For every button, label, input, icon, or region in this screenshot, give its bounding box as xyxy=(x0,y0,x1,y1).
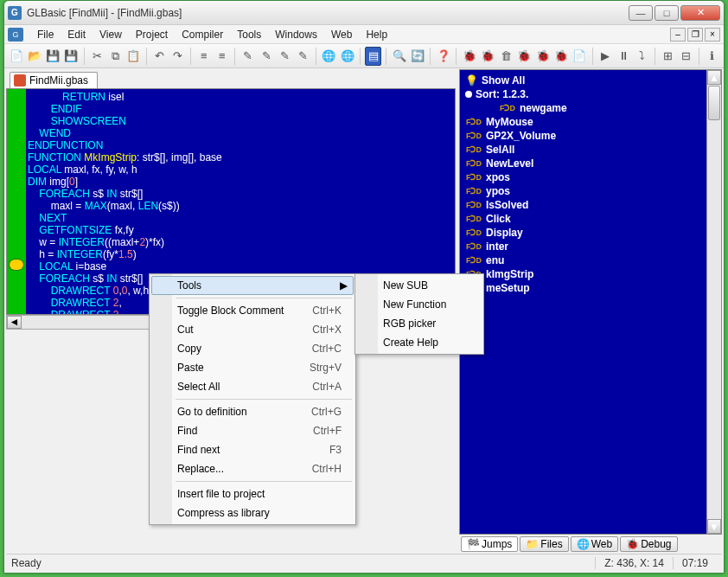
bug4-button[interactable]: 🐞 xyxy=(534,47,551,66)
function-badge-icon: FƆD xyxy=(465,256,482,265)
jumps-item-display[interactable]: FƆDDisplay xyxy=(462,226,719,240)
redo-button[interactable]: ↷ xyxy=(169,47,186,66)
jumps-item-newlevel[interactable]: FƆDNewLevel xyxy=(462,157,719,170)
function-badge-icon: FƆD xyxy=(465,173,482,182)
ctx-go-to-definition[interactable]: Go to definitionCtrl+G xyxy=(151,402,354,421)
undo-button[interactable]: ↶ xyxy=(151,47,168,66)
bug2-button[interactable]: 🐞 xyxy=(480,47,496,66)
jumps-item-mesetup[interactable]: FƆDmeSetup xyxy=(462,281,719,295)
jumps-vscrollbar[interactable]: ▲ ▼ xyxy=(706,70,721,534)
zoom-button[interactable]: 🔍 xyxy=(391,47,407,66)
doc-button[interactable]: 📄 xyxy=(571,47,587,66)
sidetab-web[interactable]: 🌐Web xyxy=(571,536,618,552)
about-button[interactable]: ℹ xyxy=(704,47,720,66)
ctx-compress-as-library[interactable]: Compress as library xyxy=(151,503,354,523)
menu-file[interactable]: File xyxy=(30,27,61,42)
save-button[interactable]: 💾 xyxy=(44,47,61,66)
minimize-button[interactable]: — xyxy=(629,5,653,21)
new-file-button[interactable]: 📄 xyxy=(8,47,24,66)
jumps-item-issolved[interactable]: FƆDIsSolved xyxy=(462,198,719,212)
jumps-show-all[interactable]: 💡Show All xyxy=(462,74,719,87)
replace-button[interactable]: 🔄 xyxy=(409,47,425,66)
titlebar[interactable]: G GLBasic [FindMii] - [FindMii.gbas] — □… xyxy=(4,1,724,25)
submenu-new-function[interactable]: New Function xyxy=(357,295,482,314)
help-button[interactable]: ❓ xyxy=(435,47,451,66)
ctx-select-all[interactable]: Select AllCtrl+A xyxy=(151,377,354,396)
copy-button[interactable]: ⧉ xyxy=(107,47,124,66)
scroll-thumb[interactable] xyxy=(708,86,720,120)
menu-project[interactable]: Project xyxy=(129,27,175,42)
ctx-find-next[interactable]: Find nextF3 xyxy=(151,440,354,459)
editor-gutter[interactable]: STOP xyxy=(7,89,26,314)
jumps-item-enu[interactable]: FƆDenu xyxy=(462,253,719,267)
pause-button[interactable]: ⏸ xyxy=(616,47,632,66)
menu-compiler[interactable]: Compiler xyxy=(175,27,230,42)
paste-button[interactable]: 📋 xyxy=(125,47,142,66)
sidetab-files[interactable]: 📁Files xyxy=(520,536,568,552)
jumps-item-newgame[interactable]: FƆDnewgame xyxy=(462,101,719,115)
ctx-find[interactable]: FindCtrl+F xyxy=(151,421,354,440)
globe2-button[interactable]: 🌐 xyxy=(339,47,355,66)
sidetab-jumps[interactable]: 🏁Jumps xyxy=(461,536,518,552)
bug5-button[interactable]: 🐞 xyxy=(552,47,569,66)
menu-help[interactable]: Help xyxy=(359,27,394,42)
layout1-button[interactable]: ⊞ xyxy=(660,47,676,66)
outdent-button[interactable]: ≡ xyxy=(214,47,230,66)
jumps-item-kimgstrip[interactable]: FƆDkImgStrip xyxy=(462,267,719,281)
jumps-item-mymouse[interactable]: FƆDMyMouse xyxy=(462,115,719,129)
wizard3-button[interactable]: ✎ xyxy=(277,47,293,66)
run-button[interactable]: ▶ xyxy=(597,47,613,66)
wizard-button[interactable]: ✎ xyxy=(239,47,256,66)
jumps-item-selall[interactable]: FƆDSelAll xyxy=(462,143,719,157)
menu-windows[interactable]: Windows xyxy=(268,27,324,42)
maximize-button[interactable]: □ xyxy=(655,5,679,21)
submenu-create-help[interactable]: Create Help xyxy=(357,333,482,352)
ctx-insert-file-to-project[interactable]: Insert file to project xyxy=(151,484,354,503)
layout2-button[interactable]: ⊟ xyxy=(678,47,694,66)
cut-button[interactable]: ✂ xyxy=(89,47,105,66)
ctx-paste[interactable]: PasteStrg+V xyxy=(151,358,354,377)
scroll-up-button[interactable]: ▲ xyxy=(707,70,721,85)
bug1-button[interactable]: 🐞 xyxy=(461,47,477,66)
ctx-copy[interactable]: CopyCtrl+C xyxy=(151,339,354,358)
save-all-button[interactable]: 💾 xyxy=(63,47,80,66)
submenu-rgb-picker[interactable]: RGB picker xyxy=(357,314,482,333)
mdi-minimize-button[interactable]: – xyxy=(670,28,686,42)
submenu-new-sub[interactable]: New SUB xyxy=(357,276,482,295)
menu-tools[interactable]: Tools xyxy=(230,27,268,42)
trash-button[interactable]: 🗑 xyxy=(498,47,514,66)
mdi-close-button[interactable]: × xyxy=(705,28,720,42)
context-menu-label: Tools xyxy=(177,279,201,292)
ctx-toggle-block-comment[interactable]: Toggle Block CommentCtrl+K xyxy=(151,301,354,320)
menu-web[interactable]: Web xyxy=(324,27,359,42)
mdi-restore-button[interactable]: ❐ xyxy=(687,28,703,42)
tools-submenu[interactable]: New SUBNew FunctionRGB pickerCreate Help xyxy=(354,273,484,355)
wizard2-button[interactable]: ✎ xyxy=(259,47,275,66)
file-icon xyxy=(14,74,26,87)
ctx-cut[interactable]: CutCtrl+X xyxy=(151,320,354,339)
step-button[interactable]: ⤵ xyxy=(634,47,650,66)
toggle-panel-button[interactable]: ▤ xyxy=(365,47,381,66)
jumps-item-gp2x_volume[interactable]: FƆDGP2X_Volume xyxy=(462,129,719,143)
context-menu[interactable]: Tools ▶ Toggle Block CommentCtrl+KCutCtr… xyxy=(149,273,356,525)
menu-edit[interactable]: Edit xyxy=(61,27,93,42)
jumps-item-inter[interactable]: FƆDinter xyxy=(462,240,719,253)
jumps-item-click[interactable]: FƆDClick xyxy=(462,212,719,226)
jumps-sort[interactable]: Sort: 1.2.3. xyxy=(462,87,719,101)
ctx-replace-[interactable]: Replace...Ctrl+H xyxy=(151,459,354,478)
bug3-button[interactable]: 🐞 xyxy=(516,47,533,66)
jumps-item-ypos[interactable]: FƆDypos xyxy=(462,184,719,198)
scroll-down-button[interactable]: ▼ xyxy=(707,519,721,534)
function-badge-icon: FƆD xyxy=(465,242,482,251)
document-tab[interactable]: FindMii.gbas xyxy=(10,72,98,88)
context-menu-tools[interactable]: Tools ▶ xyxy=(151,276,354,295)
open-button[interactable]: 📂 xyxy=(26,47,42,66)
wizard4-button[interactable]: ✎ xyxy=(295,47,311,66)
sidetab-debug[interactable]: 🐞Debug xyxy=(620,536,677,552)
menu-view[interactable]: View xyxy=(93,27,129,42)
jumps-item-xpos[interactable]: FƆDxpos xyxy=(462,170,719,184)
scroll-left-button[interactable]: ◄ xyxy=(7,316,22,329)
close-button[interactable]: ✕ xyxy=(680,5,720,21)
indent-button[interactable]: ≡ xyxy=(195,47,212,66)
globe-button[interactable]: 🌐 xyxy=(321,47,337,66)
